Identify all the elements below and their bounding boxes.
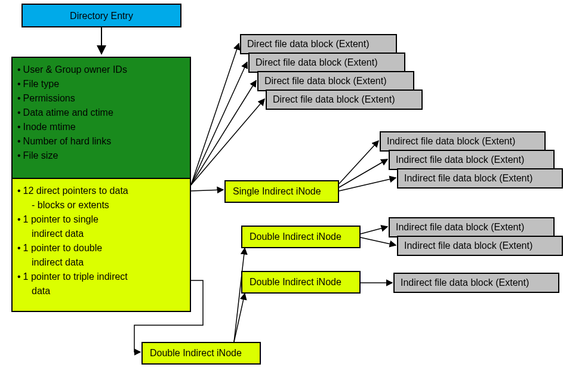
inode-ptr-item: 1 pointer to triple indirect [17,271,185,283]
single-indirect-inode: Single Indirect iNode [224,180,339,203]
single-indirect-label: Single Indirect iNode [233,186,321,196]
inode-meta-item: File size [17,150,185,162]
double-indirect-inode: Double Indirect iNode [241,271,361,294]
svg-line-11 [361,237,396,245]
indirect-block: Indirect file data block (Extent) [397,236,563,256]
svg-line-8 [339,159,387,187]
svg-line-10 [361,227,387,234]
inode-ptr-sub: indirect data [17,257,185,268]
directory-entry-box: Directory Entry [21,4,181,27]
direct-block-label: Direct file data block (Extent) [247,39,370,49]
double-indirect-label: Double Indirect iNode [250,232,341,242]
svg-line-4 [191,81,256,185]
indirect-block: Indirect file data block (Extent) [397,168,563,189]
inode-meta-item: User & Group owner IDs [17,64,185,76]
inode-ptr-sub: - blocks or extents [17,199,185,211]
inode-meta-item: Number of hard links [17,135,185,147]
inode-ptr-item: 12 direct pointers to data [17,185,185,197]
indirect-block: Indirect file data block (Extent) [380,131,546,152]
indirect-block-label: Indirect file data block (Extent) [396,155,524,165]
inode-meta-item: Permissions [17,92,185,104]
svg-line-14 [234,294,245,342]
indirect-block-label: Indirect file data block (Extent) [401,277,529,288]
direct-block: Direct file data block (Extent) [257,71,414,91]
indirect-block-label: Indirect file data block (Extent) [387,136,515,146]
inode-meta-item: Inode mtime [17,121,185,133]
indirect-block-label: Indirect file data block (Extent) [404,240,532,251]
svg-line-7 [339,141,378,184]
svg-line-9 [339,178,396,191]
svg-line-13 [234,248,245,342]
direct-block-label: Direct file data block (Extent) [255,57,378,67]
inode-ptr-sub: data [17,285,185,297]
directory-entry-label: Directory Entry [70,11,133,21]
indirect-block-label: Indirect file data block (Extent) [396,222,524,232]
double-indirect-inode-bottom: Double Indirect iNode [141,342,261,365]
svg-line-5 [191,99,264,185]
double-indirect-bottom-label: Double Indirect iNode [150,348,242,358]
direct-block: Direct file data block (Extent) [240,34,397,54]
inode-ptr-item: 1 pointer to single [17,214,185,226]
inode-ptr-item: 1 pointer to double [17,242,185,254]
direct-block-label: Direct file data block (Extent) [264,76,387,86]
svg-line-3 [191,62,247,185]
svg-line-6 [191,190,223,191]
inode-meta-item: Data atime and ctime [17,107,185,119]
direct-block-label: Direct file data block (Extent) [273,94,395,104]
inode-pointers-box: 12 direct pointers to data - blocks or e… [11,178,191,312]
svg-line-2 [191,44,239,185]
indirect-block: Indirect file data block (Extent) [389,150,555,170]
direct-block: Direct file data block (Extent) [266,89,423,110]
direct-block: Direct file data block (Extent) [248,53,405,73]
inode-meta-item: File type [17,78,185,90]
indirect-block: Indirect file data block (Extent) [393,273,559,293]
double-indirect-label: Double Indirect iNode [250,277,341,287]
indirect-block-label: Indirect file data block (Extent) [404,173,532,183]
double-indirect-inode: Double Indirect iNode [241,226,361,248]
indirect-block: Indirect file data block (Extent) [389,217,555,237]
inode-metadata-box: User & Group owner IDs File type Permiss… [11,57,191,179]
inode-ptr-sub: indirect data [17,228,185,240]
